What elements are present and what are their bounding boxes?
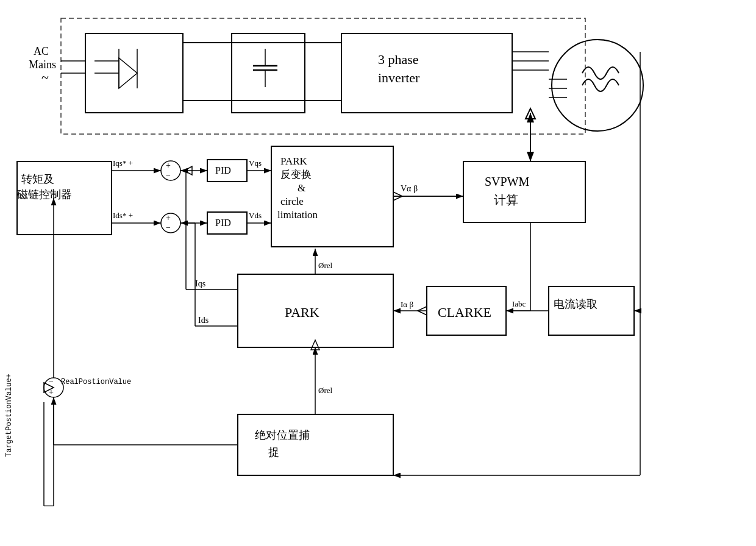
park-label: PARK <box>285 305 319 320</box>
pid1-label: PID <box>215 165 231 176</box>
svg-marker-12 <box>119 58 137 88</box>
svg-rect-50 <box>549 286 634 335</box>
svg-text:Vqs: Vqs <box>249 158 262 168</box>
svg-text:−: − <box>166 171 171 180</box>
svpwm-label: SVPWM <box>485 175 530 188</box>
svg-text:Iα β: Iα β <box>401 300 413 309</box>
target-position-label: TargetPostionValue+ <box>5 374 13 457</box>
svg-text:Iqs*  +: Iqs* + <box>113 158 133 168</box>
abs-position-label: 绝对位置捕 <box>255 429 310 441</box>
svg-point-56 <box>161 213 180 233</box>
clarke-label: CLARKE <box>438 305 491 320</box>
svg-text:inverter: inverter <box>378 70 420 85</box>
svg-point-32 <box>552 40 643 131</box>
svg-text:计算: 计算 <box>494 193 518 207</box>
svg-text:Iqs: Iqs <box>195 279 205 288</box>
current-read-label: 电流读取 <box>554 298 597 310</box>
svg-text:Ørel: Ørel <box>318 261 332 270</box>
svg-text:Mains: Mains <box>29 58 56 71</box>
torque-controller-label: 转矩及 <box>21 173 54 185</box>
park-inverse-label: PARK <box>280 155 308 167</box>
svg-text:反变换: 反变换 <box>280 169 312 180</box>
svg-text:Vds: Vds <box>249 211 262 220</box>
svg-rect-37 <box>463 161 585 222</box>
svg-text:−: − <box>166 223 171 232</box>
svg-text:limitation: limitation <box>277 209 318 221</box>
pid2-label: PID <box>215 218 231 228</box>
svg-text:磁链控制器: 磁链控制器 <box>16 188 72 200</box>
svg-text:&: & <box>298 182 305 194</box>
svg-text:~: ~ <box>41 69 49 85</box>
inverter-label: 3 phase <box>378 52 419 67</box>
svg-text:Ids*  +: Ids* + <box>113 211 133 220</box>
svg-text:−: − <box>49 377 54 386</box>
block-diagram: AC Mains ~ 3 phase inverter <box>0 0 756 546</box>
svg-text:+: + <box>166 213 171 222</box>
svg-point-53 <box>161 161 180 180</box>
svg-text:Vα β: Vα β <box>401 184 418 193</box>
ac-mains-label: AC <box>34 45 49 57</box>
svg-text:Iabc: Iabc <box>512 299 526 308</box>
real-position-label: RealPostionValue <box>61 378 131 386</box>
svg-text:circle: circle <box>280 196 304 207</box>
svg-text:+: + <box>166 161 171 170</box>
svg-rect-51 <box>238 414 393 475</box>
svg-text:Ids: Ids <box>198 316 209 325</box>
svg-rect-5 <box>61 18 585 134</box>
svg-text:Ørel: Ørel <box>318 386 332 395</box>
svg-text:捉: 捉 <box>268 446 279 458</box>
svg-rect-25 <box>341 34 512 113</box>
